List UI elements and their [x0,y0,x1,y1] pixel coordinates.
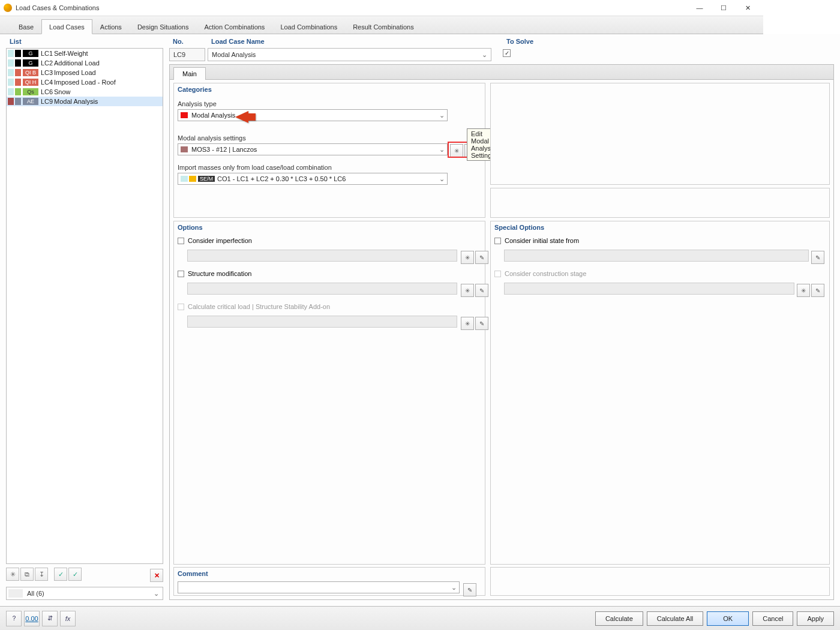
modal-settings-value: MOS3 - #12 | Lanczos [191,146,257,153]
initstate-combo [504,250,763,262]
list-header: List [6,36,163,47]
modal-settings-label: Modal analysis settings [174,134,485,142]
tab-actions[interactable]: Actions [92,19,130,34]
list-toolbar: ✳ ⧉ ↧ ✓ ✓ [6,568,82,572]
special-header: Special Options [491,221,763,233]
comment-header: Comment [174,568,485,572]
critical-label: Calculate critical load | Structure Stab… [188,303,330,310]
category-tag: Qs [23,88,38,95]
edit-icon[interactable]: ✎ [475,284,488,297]
color-swatch [8,88,14,95]
new-icon[interactable]: ✳ [461,251,474,264]
sort-icon[interactable]: ↧ [35,568,48,572]
list-item[interactable]: G LC2 Additional Load [7,58,163,68]
category-tag: QI H [23,79,38,86]
maximize-button[interactable]: ☐ [712,0,736,16]
color-swatch [181,112,188,118]
analysis-type-value: Modal Analysis [191,112,235,119]
color-swatch [8,50,14,57]
to-solve-checkbox[interactable]: ✓ [503,49,511,57]
options-header: Options [174,221,485,233]
edit-icon: ✎ [475,317,488,330]
lc-name: Snow [54,88,71,95]
tab-base[interactable]: Base [11,19,41,34]
lc-id: LC2 [41,59,54,67]
category-tag: G [23,59,38,67]
no-input[interactable]: LC9 [169,48,205,61]
list-item[interactable]: G LC1 Self-Weight [7,49,163,58]
list-item[interactable]: QI H LC4 Imposed Load - Roof [7,77,163,87]
lc-id: LC1 [41,50,54,57]
color-swatch [15,50,21,57]
color-swatch [15,88,21,95]
tab-action-combinations[interactable]: Action Combinations [196,19,272,34]
chevron-down-icon: ⌄ [439,146,445,154]
tab-design-situations[interactable]: Design Situations [130,19,197,34]
name-value: Modal Analysis [212,51,256,58]
lc-name: Imposed Load - Roof [54,79,116,86]
tab-result-combinations[interactable]: Result Combinations [345,19,422,34]
color-swatch [8,79,14,86]
color-swatch [8,98,14,105]
list-item[interactable]: Qs LC6 Snow [7,87,163,97]
main-tabbar: Base Load Cases Actions Design Situation… [0,16,763,34]
structmod-label: Structure modification [188,270,251,277]
tab-main[interactable]: Main [173,67,206,80]
sub-tab-header: Main [170,65,763,80]
copy-icon[interactable]: ⧉ [20,568,34,572]
callout-arrow-icon [235,111,248,123]
name-header: Load Case Name [208,36,491,47]
chevron-down-icon: ⌄ [439,112,445,119]
lc-name: Self-Weight [54,50,88,57]
list-panel: List G LC1 Self-Weight G LC2 Additional … [6,36,163,572]
import-value: CO1 - LC1 + LC2 + 0.30 * LC3 + 0.50 * LC… [217,175,346,182]
critical-checkbox [178,304,184,310]
color-swatch [189,176,196,182]
import-masses-dropdown[interactable]: SE/M CO1 - LC1 + LC2 + 0.30 * LC3 + 0.50… [178,173,448,185]
edit-icon[interactable]: ✎ [475,251,488,264]
color-swatch [181,176,188,182]
list-item[interactable]: AE LC9 Modal Analysis [7,97,163,106]
chevron-down-icon: ⌄ [482,51,487,59]
tab-load-cases[interactable]: Load Cases [41,19,92,34]
tab-load-combinations[interactable]: Load Combinations [272,19,345,34]
import-tag: SE/M [198,176,215,182]
name-input[interactable]: Modal Analysis ⌄ [208,48,491,61]
color-swatch [181,146,188,152]
import-masses-label: Import masses only from load case/load c… [174,164,485,171]
color-swatch [8,69,14,76]
structmod-combo [187,283,457,295]
check-on-icon[interactable]: ✓ [54,568,67,572]
modal-settings-dropdown[interactable]: MOS3 - #12 | Lanczos ⌄ [178,143,448,155]
minimize-button[interactable]: — [688,0,712,16]
structmod-checkbox[interactable] [178,271,184,277]
category-tag: AE [23,98,38,105]
list-item[interactable]: QI B LC3 Imposed Load [7,68,163,77]
list-box[interactable]: G LC1 Self-Weight G LC2 Additional Load … [6,48,163,564]
imperfection-checkbox[interactable] [178,238,184,244]
analysis-type-dropdown[interactable]: Modal Analysis ⌄ [178,109,448,121]
color-swatch [15,79,21,86]
imperfection-combo [187,250,457,262]
color-swatch [15,98,21,105]
no-header: No. [169,36,205,47]
lc-id: LC3 [41,69,54,76]
critical-combo [187,316,457,328]
category-tag: QI B [23,69,38,76]
check-off-icon[interactable]: ✓ [68,568,82,572]
color-swatch [15,59,21,67]
construction-label: Consider construction stage [505,270,586,277]
initstate-label: Consider initial state from [505,237,579,244]
initstate-checkbox[interactable] [494,238,501,244]
new-icon[interactable]: ✳ [461,284,474,297]
lc-name: Imposed Load [54,69,96,76]
color-swatch [15,69,21,76]
close-button[interactable]: ✕ [736,0,760,16]
category-tag: G [23,50,38,57]
solve-header: To Solve [503,36,537,47]
new-icon[interactable]: ✳ [6,568,19,572]
construction-combo [504,283,763,295]
imperfection-label: Consider imperfection [188,237,252,244]
lc-id: LC4 [41,79,54,86]
delete-button[interactable]: ✕ [150,569,163,572]
